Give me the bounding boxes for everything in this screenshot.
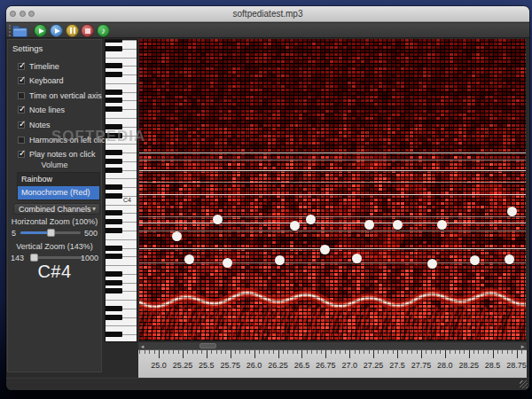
black-key[interactable] (106, 193, 122, 199)
spectrogram[interactable] (139, 39, 526, 340)
checkbox[interactable]: ✓ (18, 151, 25, 158)
black-key[interactable] (106, 332, 122, 337)
note-dot (470, 255, 480, 265)
ruler-minor-tick (355, 350, 356, 354)
black-key[interactable] (106, 124, 122, 129)
ruler-minor-tick (249, 350, 250, 354)
ruler-minor-tick (283, 350, 284, 354)
scrollbar-thumb[interactable] (200, 343, 216, 348)
ruler-major-tick (373, 350, 374, 358)
ruler-label: 27.5 (385, 361, 410, 370)
black-key[interactable] (106, 98, 122, 103)
black-key[interactable] (106, 246, 122, 251)
setting-checkbox-keyboard[interactable]: ✓Keyboard (18, 75, 64, 87)
checkbox[interactable] (18, 137, 25, 144)
black-key[interactable] (106, 315, 122, 320)
black-key[interactable] (106, 228, 122, 233)
timeline-ruler[interactable]: 25.025.2525.525.7526.026.2526.526.7527.0… (138, 349, 527, 378)
channels-dropdown[interactable]: Combined Channels ▾ (13, 203, 100, 215)
color-scheme-listbox[interactable]: RainbowMonochrome (Red) (17, 172, 100, 200)
ruler-label: 28.0 (433, 361, 458, 370)
horizontal-zoom-slider[interactable] (20, 231, 81, 234)
ruler-minor-tick (273, 350, 274, 354)
horizontal-zoom-slider-thumb[interactable] (47, 229, 55, 237)
ruler-minor-tick (512, 350, 512, 354)
app-window: softpediatest.mp3 (6, 6, 529, 390)
ruler-minor-tick (440, 350, 441, 354)
horizontal-scrollbar[interactable]: ◂ ▸ (138, 341, 527, 349)
setting-checkbox-play-notes-on-click[interactable]: ✓Play notes on click (18, 149, 96, 160)
vertical-zoom-label: Vertical Zoom (143%) (8, 242, 101, 251)
ruler-minor-tick (297, 350, 298, 354)
ruler-minor-tick (259, 350, 260, 354)
checkbox[interactable]: ✓ (18, 63, 25, 70)
vertical-zoom-slider[interactable] (32, 256, 84, 259)
black-key[interactable] (106, 288, 122, 293)
black-key[interactable] (106, 90, 122, 95)
black-key[interactable] (106, 280, 122, 286)
ruler-label: 28.25 (457, 361, 481, 370)
play-selection-button[interactable] (50, 24, 63, 37)
ruler-label: 26.75 (313, 361, 338, 370)
black-key[interactable] (106, 133, 122, 138)
black-key[interactable] (106, 219, 122, 224)
setting-checkbox-harmonics-on-left-click[interactable]: Harmonics on left click (18, 134, 109, 145)
checkbox[interactable] (18, 92, 25, 99)
ruler-major-tick (231, 350, 231, 358)
color-scheme-option-rainbow[interactable]: Rainbow (18, 173, 99, 186)
white-key-separator (106, 265, 137, 266)
piano-keyboard[interactable]: C4 (105, 39, 137, 342)
black-key[interactable] (106, 210, 122, 215)
spectrogram-canvas[interactable] (139, 39, 526, 340)
pause-button[interactable] (66, 24, 79, 37)
black-key[interactable] (106, 254, 122, 259)
black-key[interactable] (106, 63, 122, 68)
toolbar-drag-handle[interactable] (9, 25, 11, 36)
ruler-minor-tick (407, 350, 408, 354)
black-key[interactable] (106, 150, 122, 155)
play-button[interactable] (34, 24, 47, 37)
ruler-minor-tick (340, 350, 340, 354)
black-key[interactable] (106, 306, 122, 311)
ruler-label: 25.75 (218, 361, 243, 370)
setting-checkbox-timeline[interactable]: ✓Timeline (18, 60, 59, 72)
ruler-major-tick (517, 350, 518, 358)
ruler-minor-tick (221, 350, 222, 354)
ruler-minor-tick (364, 350, 364, 354)
note-dot (213, 215, 223, 224)
open-file-button[interactable] (12, 25, 27, 36)
black-key[interactable] (106, 46, 122, 51)
current-note-label: C#4 (8, 262, 101, 282)
checkbox[interactable]: ✓ (18, 77, 25, 84)
toolbar: ♪ (6, 23, 529, 38)
black-key[interactable] (106, 72, 122, 77)
black-key[interactable] (106, 159, 122, 164)
color-scheme-option-monochrome-red[interactable]: Monochrome (Red) (18, 186, 99, 200)
keyboard-c4-label: C4 (123, 197, 131, 203)
vertical-zoom-slider-thumb[interactable] (30, 254, 38, 262)
ruler-minor-tick (145, 350, 145, 354)
music-note-icon: ♪ (101, 27, 106, 35)
resize-grip[interactable] (520, 380, 528, 388)
window-bottom-strip (6, 378, 529, 390)
checkbox[interactable]: ✓ (18, 106, 25, 113)
window-title: softpediatest.mp3 (6, 6, 529, 22)
pause-icon (70, 27, 75, 34)
black-key[interactable] (106, 39, 122, 43)
checkbox[interactable]: ✓ (18, 121, 25, 129)
stop-button[interactable] (81, 24, 94, 37)
setting-checkbox-notes[interactable]: ✓Notes (18, 119, 51, 130)
note-dot (172, 231, 182, 241)
ruler-minor-tick (411, 350, 412, 354)
setting-checkbox-note-lines[interactable]: ✓Note lines (18, 105, 65, 116)
black-key[interactable] (106, 184, 122, 190)
ruler-minor-tick (173, 350, 174, 354)
black-key[interactable] (106, 271, 122, 277)
black-key[interactable] (106, 168, 122, 173)
play-notes-button[interactable]: ♪ (97, 24, 110, 37)
note-dot (427, 259, 437, 269)
black-key[interactable] (106, 106, 122, 112)
ruler-minor-tick (521, 350, 522, 354)
ruler-minor-tick (178, 350, 179, 354)
setting-checkbox-time-on-vertical-axis[interactable]: Time on vertical axis (18, 90, 102, 101)
